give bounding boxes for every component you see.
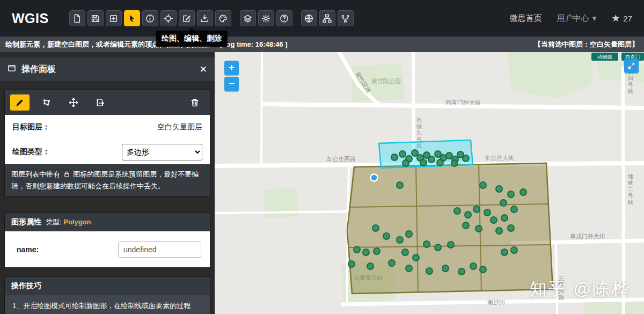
tool-move-button[interactable]	[64, 94, 83, 111]
target-layer-label: 目标图层：	[12, 122, 50, 132]
name-input[interactable]	[118, 241, 201, 258]
poi-marker[interactable]	[435, 244, 441, 251]
poi-marker[interactable]	[428, 156, 435, 163]
panel-title: 操作面板	[21, 64, 56, 75]
toolbar-import-button[interactable]	[197, 10, 213, 26]
poi-marker[interactable]	[367, 263, 374, 269]
toolbar-settings-button[interactable]	[258, 10, 274, 26]
tool-edit-vertices-button[interactable]	[37, 94, 56, 111]
layer-note: 图层列表中带有 图标的图层是系统预留图层，最好不要编辑，否则您新建的数据可能会在…	[5, 164, 210, 196]
toolbar-pointer-button[interactable]	[124, 10, 140, 26]
poi-marker[interactable]	[480, 266, 486, 273]
delete-button[interactable]	[185, 94, 204, 111]
poi-marker[interactable]	[508, 225, 514, 231]
zoom-in-button[interactable]: +	[224, 61, 239, 75]
map-park	[263, 187, 298, 218]
poi-marker[interactable]	[454, 208, 460, 214]
poi-marker[interactable]	[508, 191, 514, 198]
poi-marker[interactable]	[406, 265, 412, 272]
poi-marker[interactable]	[413, 254, 419, 261]
poi-marker[interactable]	[397, 182, 403, 188]
favorites-counter[interactable]: ★ 27	[611, 13, 632, 23]
poi-marker[interactable]	[446, 152, 452, 159]
poi-marker[interactable]	[442, 265, 449, 272]
poi-marker[interactable]	[520, 189, 526, 195]
toolbar-basemap-button[interactable]	[301, 10, 317, 26]
panel-header: 操作面板 ✕	[0, 57, 215, 81]
toolbar-save-button[interactable]	[87, 10, 104, 26]
statusbar: 绘制新元素，新建空白图层，或者编辑元素的顶点、位置和属性值。 [ log tim…	[0, 36, 644, 52]
poi-marker[interactable]	[402, 160, 409, 166]
tips-header: 操作技巧	[5, 277, 210, 295]
poi-marker[interactable]	[391, 154, 398, 160]
shape-props-title: 图形属性	[11, 217, 41, 227]
tool-draw-button[interactable]	[10, 94, 30, 111]
poi-marker[interactable]	[389, 260, 395, 266]
poi-marker[interactable]	[402, 249, 408, 255]
poi-marker[interactable]	[463, 155, 469, 162]
poi-marker[interactable]	[470, 263, 477, 269]
poi-marker[interactable]	[348, 261, 355, 267]
poi-marker[interactable]	[475, 225, 482, 232]
poi-marker[interactable]	[397, 237, 403, 243]
toolbar-layers-button[interactable]	[240, 10, 256, 26]
poi-marker[interactable]	[500, 200, 507, 206]
poi-marker[interactable]	[496, 228, 502, 234]
poi-marker[interactable]	[448, 242, 454, 248]
poi-marker[interactable]	[501, 249, 508, 255]
draw-toolbar	[5, 90, 210, 115]
poi-marker[interactable]	[465, 211, 471, 218]
poi-marker[interactable]	[501, 215, 508, 221]
poi-marker[interactable]	[412, 150, 418, 156]
zoom-out-button[interactable]: −	[224, 77, 239, 91]
poi-marker[interactable]	[511, 206, 517, 213]
top-navbar: WGIS 微思首页 用户中心 ▾ ★ 27	[0, 0, 644, 36]
poi-marker[interactable]	[451, 160, 458, 166]
poi-marker[interactable]	[484, 209, 491, 216]
poi-marker[interactable]	[437, 159, 443, 166]
poi-marker[interactable]	[463, 222, 469, 229]
toolbar-palette-button[interactable]	[215, 10, 231, 26]
poi-marker[interactable]	[374, 248, 380, 254]
poi-marker[interactable]	[491, 217, 497, 223]
poi-marker[interactable]	[511, 247, 517, 253]
poi-marker[interactable]	[363, 249, 369, 255]
map-tiles: 紫竹院路紫竹院公园西直门外大街地铁四号线地铁九号线车公庄西路车公庄大街地铁二号线…	[215, 52, 644, 314]
map-label: 西直门外大街	[445, 99, 481, 106]
target-layer-value: 空白矢量图层	[157, 122, 202, 132]
draw-type-select[interactable]: 多边形	[122, 144, 202, 160]
map-canvas[interactable]: 紫竹院路紫竹院公园西直门外大街地铁四号线地铁九号线车公庄西路车公庄大街地铁二号线…	[215, 52, 644, 314]
map-label: 阜成门外大街	[570, 233, 605, 239]
toolbar-draw-edit-button[interactable]	[179, 10, 195, 26]
toolbar-sitemap-button[interactable]	[319, 10, 335, 26]
toolbar-help-button[interactable]	[276, 10, 292, 26]
poi-marker[interactable]	[420, 159, 427, 166]
poi-marker[interactable]	[406, 231, 412, 237]
map-label: 紫竹院公园	[371, 78, 401, 84]
home-link[interactable]: 微思首页	[510, 13, 542, 24]
map-label: 南沙沟	[487, 299, 505, 305]
tool-export-button[interactable]	[91, 94, 110, 111]
poi-marker[interactable]	[496, 186, 502, 192]
toolbar-add-layer-button[interactable]	[106, 10, 122, 26]
poi-marker[interactable]	[426, 268, 433, 274]
map-label: 地铁二号线	[627, 173, 633, 205]
poi-marker[interactable]	[458, 268, 465, 275]
poi-marker[interactable]	[480, 182, 486, 188]
shape-props-header: 图形属性 类型: Polygon	[5, 213, 210, 231]
poi-marker[interactable]	[473, 206, 480, 213]
toolbar-plugin-button[interactable]	[338, 10, 354, 26]
poi-marker[interactable]	[399, 151, 406, 157]
toolbar-info-button[interactable]	[142, 10, 158, 26]
close-icon[interactable]: ✕	[200, 64, 207, 75]
poi-marker[interactable]	[383, 233, 390, 239]
toolbar-locate-button[interactable]	[160, 10, 177, 26]
poi-marker[interactable]	[372, 225, 379, 231]
fullscreen-button[interactable]	[624, 59, 639, 73]
toolbar-new-file-button[interactable]	[69, 10, 85, 26]
poi-marker[interactable]	[354, 246, 360, 253]
tooltip-text: 绘图、编辑、删除	[162, 34, 222, 42]
poi-marker[interactable]	[423, 241, 430, 247]
edit-vertex-marker[interactable]	[371, 174, 378, 181]
user-menu[interactable]: 用户中心 ▾	[557, 13, 597, 24]
